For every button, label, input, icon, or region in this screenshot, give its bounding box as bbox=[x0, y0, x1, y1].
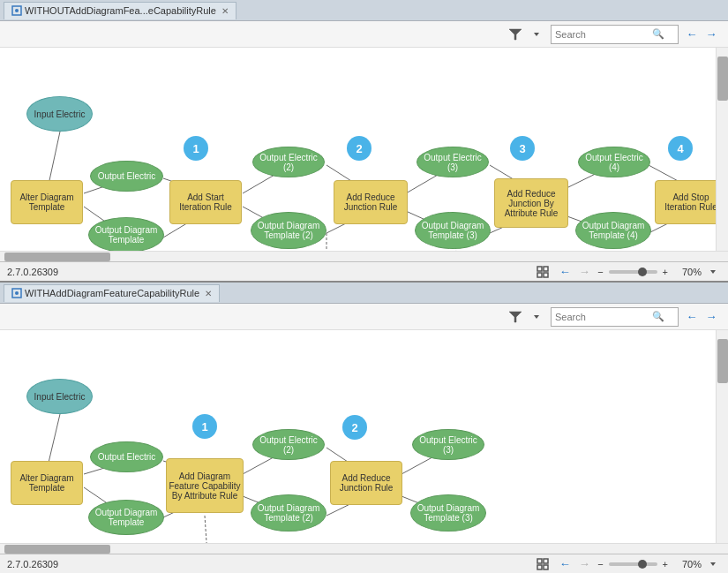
svg-point-1 bbox=[15, 9, 19, 12]
svg-rect-48 bbox=[537, 565, 542, 569]
top-forward-btn[interactable]: → bbox=[703, 26, 719, 42]
node-output-diagram-top[interactable]: Output Diagram Template bbox=[88, 217, 164, 251]
diagram-icon bbox=[11, 5, 22, 16]
top-zoom-plus[interactable]: + bbox=[663, 267, 668, 277]
bottom-forward-btn[interactable]: → bbox=[703, 309, 719, 325]
svg-rect-47 bbox=[544, 559, 548, 563]
node-output-electric-top[interactable]: Output Electric bbox=[90, 161, 163, 192]
svg-rect-26 bbox=[544, 267, 548, 271]
node-output-electric-3-bot[interactable]: Output Electric (3) bbox=[412, 429, 484, 460]
svg-marker-2 bbox=[509, 29, 522, 40]
node-output-electric-3-top[interactable]: Output Electric (3) bbox=[417, 147, 489, 177]
top-zoom-dropdown[interactable] bbox=[705, 264, 721, 280]
node-output-electric-2-bot[interactable]: Output Electric (2) bbox=[252, 429, 325, 460]
top-canvas: Input Electric Alter Diagram Template Ou… bbox=[0, 48, 728, 251]
node-add-feature-bot[interactable]: Add Diagram Feature Capability By Attrib… bbox=[166, 458, 244, 513]
svg-marker-33 bbox=[534, 315, 539, 319]
bottom-search-input[interactable] bbox=[552, 310, 649, 324]
top-fit-icon[interactable] bbox=[534, 263, 552, 281]
node-output-diagram-2-bot[interactable]: Output Diagram Template (2) bbox=[251, 494, 326, 532]
top-zoom-handle[interactable] bbox=[638, 268, 647, 276]
top-panel: WITHOUTAddDiagramFea...eCapabilityRule ✕… bbox=[0, 0, 728, 283]
bottom-v-scrollbar[interactable] bbox=[716, 330, 728, 543]
top-tab[interactable]: WITHOUTAddDiagramFea...eCapabilityRule ✕ bbox=[4, 2, 236, 19]
node-add-start-top[interactable]: Add Start Iteration Rule bbox=[169, 180, 242, 224]
node-output-diagram-3-bot[interactable]: Output Diagram Template (3) bbox=[410, 494, 486, 532]
top-tab-bar: WITHOUTAddDiagramFea...eCapabilityRule ✕ bbox=[0, 0, 728, 21]
svg-rect-49 bbox=[544, 565, 548, 569]
top-search-icon[interactable]: 🔍 bbox=[649, 26, 668, 41]
top-h-scroll-thumb[interactable] bbox=[4, 253, 110, 261]
svg-line-4 bbox=[49, 132, 60, 185]
node-output-electric-4-top[interactable]: Output Electric (4) bbox=[578, 147, 650, 177]
bottom-nav-forward[interactable]: → bbox=[576, 556, 592, 572]
node-alter-diagram-bot[interactable]: Alter Diagram Template bbox=[11, 461, 83, 505]
bottom-fit-icon[interactable] bbox=[534, 555, 552, 573]
bottom-zoom-minus[interactable]: − bbox=[597, 559, 603, 569]
bottom-h-scroll-thumb[interactable] bbox=[4, 545, 110, 554]
bottom-canvas: Input Electric Alter Diagram Template Ou… bbox=[0, 330, 728, 543]
svg-rect-27 bbox=[537, 273, 542, 277]
filter-dropdown-icon[interactable] bbox=[528, 26, 545, 43]
bottom-nav-back[interactable]: ← bbox=[557, 556, 573, 572]
svg-marker-50 bbox=[710, 562, 716, 566]
node-output-diagram-2-top[interactable]: Output Diagram Template (2) bbox=[251, 212, 326, 249]
node-add-reduce-attr-top[interactable]: Add Reduce Junction By Attribute Rule bbox=[494, 178, 568, 228]
bottom-zoom-slider[interactable] bbox=[609, 562, 657, 566]
node-input-electric-top[interactable]: Input Electric bbox=[26, 96, 93, 132]
top-zoom-level: 70% bbox=[673, 267, 702, 277]
top-version: 2.7.0.26309 bbox=[7, 267, 58, 277]
top-search-box[interactable]: 🔍 bbox=[551, 25, 679, 44]
bottom-zoom-plus[interactable]: + bbox=[663, 559, 668, 569]
filter-icon[interactable] bbox=[507, 26, 524, 43]
badge-1-top: 1 bbox=[184, 136, 208, 161]
top-v-scrollbar[interactable] bbox=[716, 48, 728, 251]
node-output-diagram-bot[interactable]: Output Diagram Template bbox=[88, 500, 164, 535]
svg-marker-29 bbox=[710, 270, 716, 274]
node-add-reduce-bot[interactable]: Add Reduce Junction Rule bbox=[330, 461, 402, 505]
top-nav-back[interactable]: ← bbox=[557, 264, 573, 280]
top-zoom-minus[interactable]: − bbox=[597, 267, 603, 277]
node-add-reduce-top[interactable]: Add Reduce Junction Rule bbox=[334, 180, 408, 224]
app-container: WITHOUTAddDiagramFea...eCapabilityRule ✕… bbox=[0, 0, 728, 573]
bottom-status-bar: 2.7.0.26309 ← → − + 70% bbox=[0, 554, 728, 573]
top-zoom-slider[interactable] bbox=[609, 270, 657, 274]
top-nav-forward[interactable]: → bbox=[576, 264, 592, 280]
top-status-bar: 2.7.0.26309 ← → − + 70% bbox=[0, 261, 728, 281]
node-output-electric-2-top[interactable]: Output Electric (2) bbox=[252, 147, 325, 177]
node-output-diagram-4-top[interactable]: Output Diagram Template (4) bbox=[575, 212, 651, 249]
diagram-icon-bottom bbox=[11, 288, 22, 298]
bottom-version: 2.7.0.26309 bbox=[7, 559, 58, 569]
bottom-zoom-level: 70% bbox=[673, 559, 702, 569]
top-status-right: ← → − + 70% bbox=[532, 263, 721, 281]
bottom-v-scroll-thumb[interactable] bbox=[717, 339, 728, 383]
top-tab-close[interactable]: ✕ bbox=[221, 6, 229, 16]
bottom-filter-dropdown[interactable] bbox=[528, 308, 545, 326]
badge-2-bot: 2 bbox=[342, 415, 367, 440]
svg-line-45 bbox=[205, 516, 207, 543]
bottom-tab[interactable]: WITHAddDiagramFeatureCapabilityRule ✕ bbox=[4, 284, 220, 302]
node-output-electric-bot[interactable]: Output Electric bbox=[90, 441, 163, 472]
bottom-h-scrollbar[interactable] bbox=[0, 543, 728, 554]
top-back-btn[interactable]: ← bbox=[684, 26, 700, 42]
node-output-diagram-3-top[interactable]: Output Diagram Template (3) bbox=[415, 212, 491, 249]
bottom-tab-close[interactable]: ✕ bbox=[205, 289, 212, 298]
bottom-back-btn[interactable]: ← bbox=[684, 309, 700, 325]
badge-2-top: 2 bbox=[347, 136, 372, 161]
bottom-search-icon[interactable]: 🔍 bbox=[649, 309, 668, 324]
svg-rect-28 bbox=[544, 273, 548, 277]
bottom-search-box[interactable]: 🔍 bbox=[551, 307, 679, 327]
node-alter-diagram-top[interactable]: Alter Diagram Template bbox=[11, 180, 83, 224]
svg-line-34 bbox=[49, 414, 60, 463]
bottom-zoom-dropdown[interactable] bbox=[705, 556, 721, 572]
bottom-zoom-handle[interactable] bbox=[638, 560, 647, 569]
node-input-electric-bot[interactable]: Input Electric bbox=[26, 379, 93, 414]
svg-rect-25 bbox=[537, 267, 542, 271]
bottom-filter-icon[interactable] bbox=[507, 308, 524, 326]
bottom-toolbar: 🔍 ← → bbox=[0, 304, 728, 330]
top-toolbar: 🔍 ← → bbox=[0, 21, 728, 48]
svg-marker-32 bbox=[509, 312, 522, 322]
top-search-input[interactable] bbox=[552, 27, 649, 41]
top-h-scrollbar[interactable] bbox=[0, 251, 728, 261]
top-v-scroll-thumb[interactable] bbox=[717, 57, 728, 101]
